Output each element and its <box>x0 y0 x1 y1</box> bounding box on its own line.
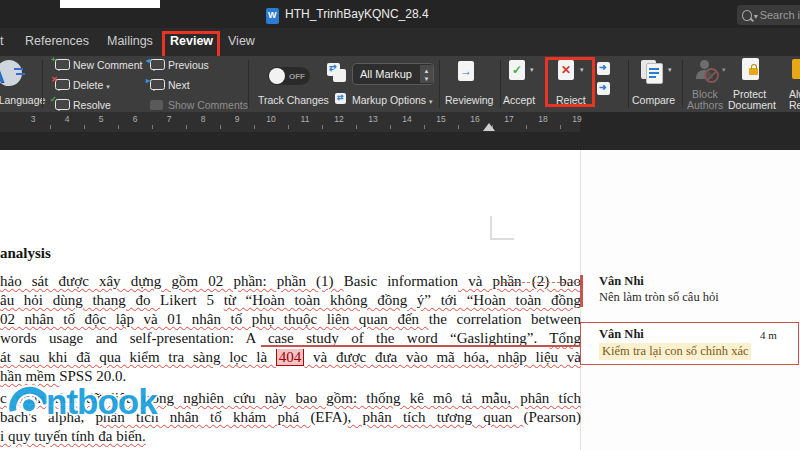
show-comments-button[interactable]: Show Comments <box>168 99 248 111</box>
ruler-tick <box>424 125 425 129</box>
ruler-number: 18 <box>538 114 547 124</box>
review-ribbon: A Language + New Comment ✕ Delete ▾ ✓ Re… <box>0 56 800 112</box>
document-line[interactable]: át sau khi đã qua kiểm tra sàng lọc là 4… <box>0 349 581 368</box>
ribbon-tab-bar: tReferencesMailingsReviewView <box>0 28 800 56</box>
ruler-number: 14 <box>402 114 411 124</box>
text-segment: , phân tích tương quan <box>348 409 524 425</box>
ruler-number: 7 <box>167 114 172 124</box>
compare-icon <box>646 63 663 84</box>
document-heading[interactable]: analysis <box>0 245 581 264</box>
comment1-text[interactable]: Nên làm tròn số câu hỏi <box>599 290 719 305</box>
partial-ribbon-icon <box>792 59 800 79</box>
reviewing-button[interactable]: Reviewing <box>445 94 493 106</box>
document-line[interactable]: i quy tuyến tính đa biến. <box>0 428 581 447</box>
top-white-strip <box>60 0 160 8</box>
compare-dropdown-icon[interactable]: ▾ <box>668 66 672 74</box>
document-line[interactable]: âu hỏi dùng thang đo Likert 5 từ “Hoàn t… <box>0 292 581 311</box>
text-segment: Tổng <box>549 330 581 346</box>
comment1-author: Vân Nhi <box>599 274 644 289</box>
search-input[interactable]: ▾ Search i <box>737 5 800 25</box>
text-segment: i quy tuyến tính đa biến. <box>0 428 146 444</box>
indent-marker[interactable] <box>483 123 495 131</box>
text-segment: Likert 5 <box>160 292 224 308</box>
delete-comment-button[interactable]: Delete ▾ <box>73 79 110 91</box>
ruler-tick <box>356 125 357 129</box>
next-change-icon[interactable]: ➜ <box>597 82 610 95</box>
compare-button[interactable]: Compare <box>632 94 675 106</box>
markup-options-button[interactable]: Markup Options ▾ <box>352 94 433 106</box>
ruler-number: 11 <box>301 114 310 124</box>
reviewing-pane-icon: → <box>458 61 474 81</box>
toggle-state-label: OFF <box>289 72 305 81</box>
text-segment: (Pearson) <box>524 409 581 425</box>
block-authors-dropdown-icon: ▾ <box>722 66 726 74</box>
accept-dropdown-icon[interactable]: ▾ <box>530 66 534 74</box>
track-changes-label: Track Changes <box>258 94 329 106</box>
text-segment: words usage and self-presentation: A cas… <box>0 330 549 346</box>
comment1-connector-line <box>497 282 580 283</box>
word-window: HTH_TrinhBayKQNC_28.4 ▾ Search i tRefere… <box>0 0 800 450</box>
text-segment: và phần (2) bao <box>458 273 581 289</box>
new-comment-icon: + <box>55 59 70 70</box>
document-line[interactable]: 02 nhân tố độc lập và 01 nhân tố phụ thu… <box>0 311 581 330</box>
previous-comment-icon: ◂ <box>150 59 165 70</box>
display-for-review-icon-2 <box>333 69 346 82</box>
ruler-tick <box>220 125 221 129</box>
text-segment: và được đưa vào mã hóa, nhập liệu và <box>304 349 581 365</box>
ruler-tick <box>186 125 187 129</box>
partial-ribbon-button-line2[interactable]: Re <box>789 99 800 111</box>
next-comment-button[interactable]: Next <box>168 79 190 91</box>
ruler-tick <box>84 125 85 129</box>
tab-mailings[interactable]: Mailings <box>107 34 153 48</box>
delete-comment-icon: ✕ <box>55 79 70 90</box>
chevron-down-icon[interactable]: ▾ <box>754 12 758 21</box>
horizontal-ruler[interactable]: 345678910111213141516171819 <box>0 112 800 132</box>
ruler-tick <box>322 125 323 129</box>
previous-comment-button[interactable]: Previous <box>168 59 209 71</box>
ntbook-watermark: ntbook <box>6 380 186 430</box>
ruler-number: 10 <box>266 114 275 124</box>
ruler-number: 13 <box>368 114 377 124</box>
select-stepper-icon[interactable]: ▲▼ <box>420 65 433 83</box>
tab-partial[interactable]: t <box>0 34 3 48</box>
tab-view[interactable]: View <box>228 34 255 48</box>
ruler-tick <box>254 125 255 129</box>
resolve-comment-icon: ✓ <box>55 99 70 110</box>
ruler-number: 12 <box>334 114 343 124</box>
toggle-knob <box>269 68 285 84</box>
ruler-number: 5 <box>99 114 104 124</box>
ruler-number: 8 <box>201 114 206 124</box>
text-segment: từ “Hoàn toàn không đồng ý” tới “Hoàn to… <box>224 292 581 308</box>
document-line[interactable]: hảo sát được xây dựng gồm 02 phần: phần … <box>0 273 581 292</box>
markup-options-icon: ⇄ <box>335 93 346 104</box>
tab-references[interactable]: References <box>25 34 89 48</box>
word-document-icon <box>266 8 279 24</box>
track-changes-toggle[interactable]: OFF <box>268 67 310 85</box>
text-segment: 02 nhân tố độc lập và 01 nhân tố phụ thu… <box>0 311 429 327</box>
ruler-tick <box>152 125 153 129</box>
comment2-text[interactable]: Kiểm tra lại con số chính xác <box>599 343 751 360</box>
comment2-author: Vân Nhi <box>599 327 644 342</box>
block-authors-button-line2[interactable]: Authors <box>687 99 723 111</box>
accept-button[interactable]: Accept <box>503 94 535 106</box>
ruler-number: 16 <box>470 114 479 124</box>
resolve-comment-button[interactable]: Resolve <box>73 99 111 111</box>
ruler-number: 19 <box>572 114 581 124</box>
watermark-text: ntbook <box>46 382 157 422</box>
markup-display-value: All Markup <box>360 68 420 80</box>
markup-display-select[interactable]: All Markup ▲▼ <box>352 63 434 85</box>
previous-change-icon[interactable]: ➜ <box>597 62 610 75</box>
comment1-anchor-bar <box>580 275 583 307</box>
ruler-tick <box>288 125 289 129</box>
protect-document-button-line2[interactable]: Document <box>728 99 776 111</box>
ruler-tick <box>118 125 119 129</box>
ruler-number: 6 <box>133 114 138 124</box>
text-segment: át sau khi đã qua kiểm tra sàng lọc là <box>0 349 276 365</box>
language-icon[interactable]: A <box>0 60 24 90</box>
protect-document-icon <box>742 58 759 80</box>
text-segment: âu hỏi dùng thang đo <box>0 292 160 308</box>
comment2-timestamp: 4 m <box>760 329 777 341</box>
search-placeholder: Search i <box>760 9 800 21</box>
new-comment-button[interactable]: New Comment <box>73 59 142 71</box>
next-comment-icon: ▸ <box>150 79 165 90</box>
